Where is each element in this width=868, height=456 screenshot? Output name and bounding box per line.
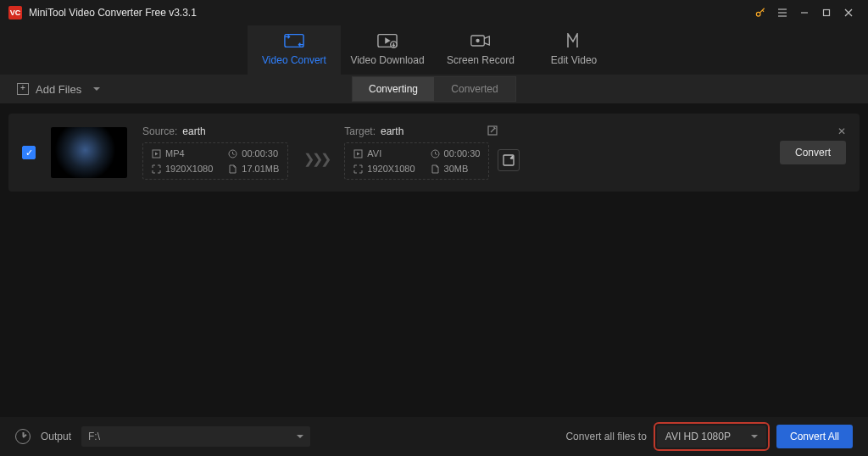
source-resolution: 1920X1080 xyxy=(165,164,213,174)
svg-marker-15 xyxy=(155,152,159,155)
target-settings-button[interactable] xyxy=(498,149,520,171)
remove-file-icon[interactable]: ✕ xyxy=(837,125,846,137)
tab-label: Video Download xyxy=(350,54,424,66)
target-duration: 00:00:30 xyxy=(444,148,481,158)
upgrade-key-icon[interactable] xyxy=(749,2,771,24)
target-column: Target: earth AVI 00:00:30 1920X1080 30M… xyxy=(344,125,489,180)
target-info-box: AVI 00:00:30 1920X1080 30MB xyxy=(344,142,489,180)
duration-icon xyxy=(228,149,237,158)
tab-video-download[interactable]: Video Download xyxy=(341,25,434,75)
chevron-down-icon xyxy=(751,435,758,438)
size-icon xyxy=(228,164,237,174)
convert-all-to-label: Convert all files to xyxy=(565,431,646,442)
svg-point-13 xyxy=(476,39,479,42)
main-tabs: Video Convert Video Download Screen Reco… xyxy=(0,25,868,75)
schedule-icon[interactable] xyxy=(15,429,31,444)
minimize-icon[interactable] xyxy=(793,2,815,24)
status-tabs: Converting Converted xyxy=(352,76,516,102)
size-icon xyxy=(431,164,440,174)
chevron-down-icon xyxy=(297,435,303,438)
svg-marker-10 xyxy=(385,37,390,43)
video-convert-icon xyxy=(284,32,304,49)
resolution-icon xyxy=(152,164,161,174)
source-column: Source: earth MP4 00:00:30 1920X1080 17.… xyxy=(142,125,288,180)
close-icon[interactable] xyxy=(837,2,860,24)
add-files-button[interactable]: Add Files xyxy=(17,83,100,96)
source-duration: 00:00:30 xyxy=(242,148,278,158)
source-name: earth xyxy=(182,125,205,137)
bottom-bar: Output F:\ Convert all files to AVI HD 1… xyxy=(0,417,868,456)
svg-point-0 xyxy=(756,12,760,16)
plus-icon xyxy=(17,83,29,95)
svg-rect-5 xyxy=(824,10,830,16)
file-thumbnail[interactable] xyxy=(51,127,127,178)
add-files-label: Add Files xyxy=(36,83,81,96)
source-format: MP4 xyxy=(165,148,185,158)
format-icon xyxy=(353,149,363,158)
edit-video-icon xyxy=(564,32,584,49)
output-path-dropdown[interactable]: F:\ xyxy=(81,426,310,447)
edit-icon[interactable] xyxy=(487,125,498,138)
tab-label: Edit Video xyxy=(551,54,598,66)
output-preset-dropdown[interactable]: AVI HD 1080P xyxy=(657,425,766,448)
file-list: ✓ Source: earth MP4 00:00:30 1920X1080 1… xyxy=(0,103,868,417)
tab-converted[interactable]: Converted xyxy=(434,77,515,101)
format-icon xyxy=(152,149,161,158)
output-preset-value: AVI HD 1080P xyxy=(665,431,731,442)
tab-label: Video Convert xyxy=(262,54,326,66)
source-label: Source: xyxy=(142,125,177,137)
menu-icon[interactable] xyxy=(771,2,793,24)
titlebar: VC MiniTool Video Converter Free v3.3.1 xyxy=(0,0,868,25)
screen-record-icon xyxy=(470,32,491,49)
chevron-down-icon xyxy=(93,87,100,91)
tab-edit-video[interactable]: Edit Video xyxy=(527,25,620,75)
output-label: Output xyxy=(41,431,71,442)
convert-button[interactable]: Convert xyxy=(780,141,846,164)
target-size: 30MB xyxy=(444,164,469,174)
source-info-box: MP4 00:00:30 1920X1080 17.01MB xyxy=(142,142,288,180)
app-logo: VC xyxy=(8,6,22,19)
file-item: ✓ Source: earth MP4 00:00:30 1920X1080 1… xyxy=(8,114,860,192)
tab-converting[interactable]: Converting xyxy=(353,77,434,101)
output-path-value: F:\ xyxy=(88,431,100,442)
target-format: AVI xyxy=(367,148,381,158)
video-download-icon xyxy=(377,32,398,49)
target-resolution: 1920X1080 xyxy=(367,164,415,174)
source-size: 17.01MB xyxy=(242,164,279,174)
duration-icon xyxy=(431,149,440,158)
resolution-icon xyxy=(353,164,363,174)
convert-all-button[interactable]: Convert All xyxy=(776,425,853,448)
target-label: Target: xyxy=(344,125,376,137)
tab-screen-record[interactable]: Screen Record xyxy=(434,25,527,75)
file-checkbox[interactable]: ✓ xyxy=(22,146,36,159)
app-title: MiniTool Video Converter Free v3.3.1 xyxy=(29,7,197,19)
tab-video-convert[interactable]: Video Convert xyxy=(248,25,341,75)
svg-marker-18 xyxy=(357,152,360,155)
subheader: Add Files Converting Converted xyxy=(0,75,868,103)
tab-label: Screen Record xyxy=(447,54,515,66)
target-name: earth xyxy=(381,125,403,137)
maximize-icon[interactable] xyxy=(815,2,837,24)
arrow-icon: ❯❯❯ xyxy=(303,139,329,167)
